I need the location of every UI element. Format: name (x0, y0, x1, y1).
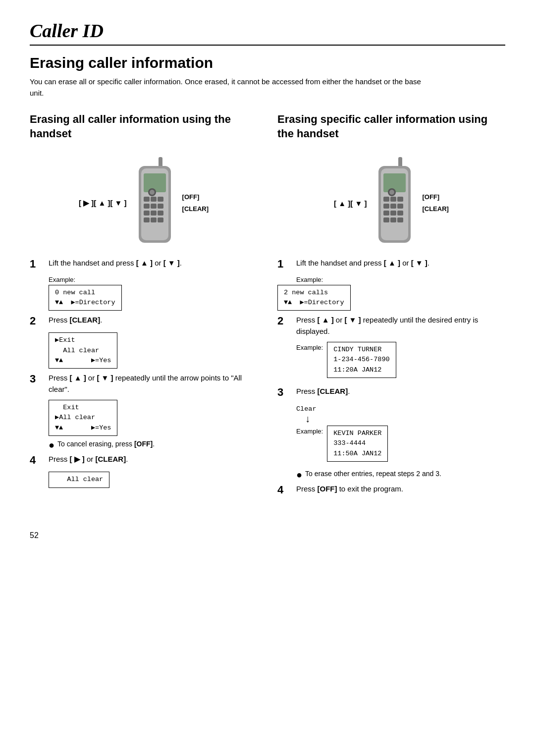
left-phone-off-clear-labels: [OFF] [CLEAR] (182, 191, 209, 216)
left-column: Erasing all caller information using the… (30, 112, 258, 501)
page-number: 52 (30, 531, 505, 540)
right-step-3: 3 Press [CLEAR]. (277, 386, 505, 399)
right-step-1-text: Lift the handset and press [ ▲ ] or [ ▼ … (296, 259, 429, 267)
right-phone-buttons: [ ▲ ][ ▼ ] (334, 199, 367, 208)
svg-point-35 (389, 190, 394, 195)
svg-rect-14 (151, 217, 157, 222)
svg-rect-24 (397, 197, 403, 202)
right-step-3-bullet: ● To erase other entries, repeat steps 2… (296, 470, 505, 480)
left-step-4-text: Press [ ▶ ] or [CLEAR]. (49, 455, 128, 463)
left-step-2-text: Press [CLEAR]. (49, 316, 102, 324)
svg-rect-26 (390, 204, 396, 209)
left-col-title: Erasing all caller information using the… (30, 112, 258, 141)
right-column: Erasing specific caller information usin… (277, 112, 505, 501)
right-step-1-example-label: Example: (296, 276, 505, 283)
svg-rect-9 (158, 204, 163, 209)
left-step-3-bullet: ● To cancel erasing, press [OFF]. (49, 440, 258, 450)
left-step-4-lcd: All clear (49, 472, 109, 487)
left-step-4: 4 Press [ ▶ ] or [CLEAR]. (30, 454, 258, 467)
left-phone-svg (129, 156, 178, 250)
right-step-3-text: Press [CLEAR]. (296, 387, 350, 395)
right-step-3-example-label: Example: (296, 426, 323, 435)
two-column-layout: Erasing all caller information using the… (30, 112, 505, 501)
svg-rect-12 (158, 211, 163, 216)
right-off-label: [OFF] (422, 193, 439, 201)
svg-rect-6 (158, 197, 163, 202)
left-step-1-example-label: Example: (49, 276, 258, 283)
svg-rect-13 (144, 217, 150, 222)
left-step-3: 3 Press [ ▲ ] or [ ▼ ] repeatedly until … (30, 373, 258, 395)
right-col-title: Erasing specific caller information usin… (277, 112, 505, 141)
svg-rect-22 (383, 197, 389, 202)
right-step-2-example-label: Example: (296, 342, 323, 351)
left-step-1: 1 Lift the handset and press [ ▲ ] or [ … (30, 258, 258, 270)
right-step-3-arrow: ↓ (305, 414, 505, 424)
svg-rect-30 (397, 211, 403, 216)
right-step-1-lcd: 2 new calls ▼▲ ▶=Directory (277, 285, 351, 311)
right-step-3-clear-block: Clear ↓ (296, 404, 505, 424)
section-title: Erasing caller information (30, 54, 505, 71)
left-step-2: 2 Press [CLEAR]. (30, 315, 258, 327)
svg-rect-28 (383, 211, 389, 216)
right-step-3-example-row: Example: KEVIN PARKER 333-4444 11:50A JA… (296, 426, 505, 466)
left-step-1-text: Lift the handset and press [ ▲ ] or [ ▼ … (49, 259, 182, 267)
right-step-2-lcd: CINDY TURNER 1-234-456-7890 11:20A JAN12 (327, 342, 396, 378)
intro-text: You can erase all or specific caller inf… (30, 76, 436, 99)
svg-rect-32 (390, 217, 396, 222)
right-step-4: 4 Press [OFF] to exit the program. (277, 484, 505, 496)
left-phone-illustration: [ ▶ ][ ▲ ][ ▼ ] (30, 149, 258, 258)
right-step-2-text: Press [ ▲ ] or [ ▼ ] repeatedly until th… (296, 316, 478, 335)
right-step-4-text: Press [OFF] to exit the program. (296, 485, 403, 493)
page-title: Caller ID (30, 20, 505, 46)
svg-rect-7 (144, 204, 150, 209)
right-step-2-example-row: Example: CINDY TURNER 1-234-456-7890 11:… (296, 342, 505, 382)
right-clear-label-label: [CLEAR] (422, 205, 448, 213)
svg-rect-29 (390, 211, 396, 216)
svg-rect-31 (383, 217, 389, 222)
svg-rect-4 (144, 197, 150, 202)
svg-point-17 (150, 190, 155, 195)
right-step-2: 2 Press [ ▲ ] or [ ▼ ] repeatedly until … (277, 315, 505, 337)
svg-rect-8 (151, 204, 157, 209)
left-clear-label: [CLEAR] (182, 205, 209, 213)
svg-rect-25 (383, 204, 389, 209)
right-step-3-lcd: KEVIN PARKER 333-4444 11:50A JAN12 (327, 426, 388, 462)
svg-rect-27 (397, 204, 403, 209)
left-off-label: [OFF] (182, 193, 200, 201)
left-step-3-lcd: Exit ▶All clear ▼▲ ▶=Yes (49, 400, 117, 436)
left-step-1-lcd: 0 new call ▼▲ ▶=Directory (49, 285, 122, 311)
left-step-2-lcd: ▶Exit All clear ▼▲ ▶=Yes (49, 332, 117, 369)
left-step-3-text: Press [ ▲ ] or [ ▼ ] repeatedly until th… (49, 374, 242, 393)
svg-rect-11 (151, 211, 157, 216)
svg-rect-10 (144, 211, 150, 216)
right-step-3-clear-text: Clear (296, 405, 317, 413)
svg-rect-33 (397, 217, 403, 222)
right-step-1: 1 Lift the handset and press [ ▲ ] or [ … (277, 258, 505, 270)
svg-rect-23 (390, 197, 396, 202)
svg-rect-15 (158, 217, 163, 222)
right-phone-off-clear-labels: [OFF] [CLEAR] (422, 191, 448, 216)
left-phone-buttons: [ ▶ ][ ▲ ][ ▼ ] (79, 199, 127, 208)
right-phone-svg (369, 156, 418, 250)
right-phone-illustration: [ ▲ ][ ▼ ] (277, 149, 505, 258)
svg-rect-5 (151, 197, 157, 202)
